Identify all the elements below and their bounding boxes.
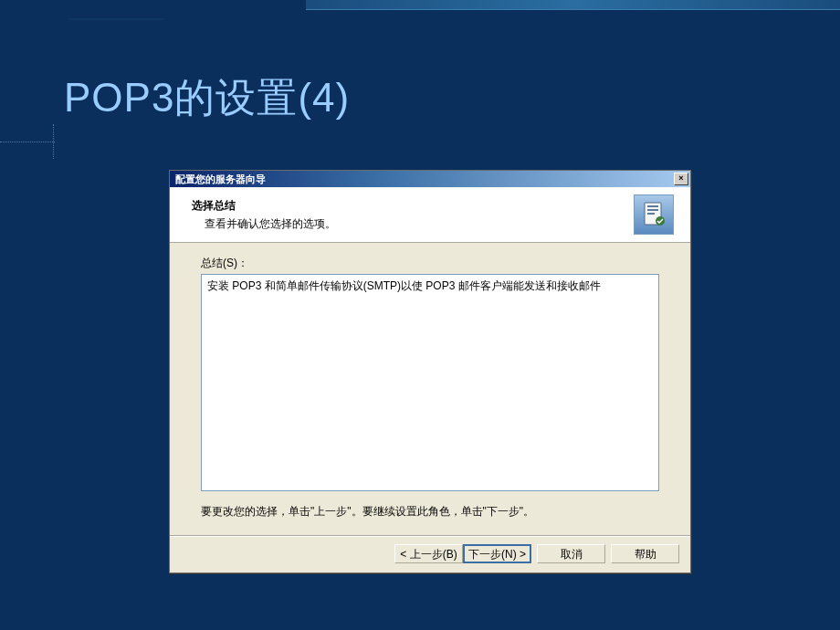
dialog-header-subtitle: 查看并确认您选择的选项。 <box>192 216 634 232</box>
cancel-button[interactable]: 取消 <box>537 544 605 563</box>
nav-button-pair: < 上一步(B) 下一步(N) > <box>394 544 531 563</box>
dialog-header-text: 选择总结 查看并确认您选择的选项。 <box>192 198 634 232</box>
svg-rect-1 <box>647 205 658 207</box>
dialog-body: 总结(S)： 安装 POP3 和简单邮件传输协议(SMTP)以使 POP3 邮件… <box>170 243 690 536</box>
next-button[interactable]: 下一步(N) > <box>463 544 531 563</box>
dialog-header-title: 选择总结 <box>192 198 634 214</box>
summary-textbox[interactable]: 安装 POP3 和简单邮件传输协议(SMTP)以使 POP3 邮件客户端能发送和… <box>201 274 659 491</box>
slide-top-accent <box>306 0 840 9</box>
slide-underline-accent <box>68 18 164 20</box>
hint-text: 要更改您的选择，单击"上一步"。要继续设置此角色，单击"下一步"。 <box>201 504 659 520</box>
dialog-titlebar[interactable]: 配置您的服务器向导 × <box>170 171 690 187</box>
svg-rect-3 <box>647 213 655 215</box>
svg-rect-2 <box>647 209 658 211</box>
slide-title: POP3的设置(4) <box>64 71 350 125</box>
dialog-title-text: 配置您的服务器向导 <box>175 173 266 186</box>
wizard-dialog: 配置您的服务器向导 × 选择总结 查看并确认您选择的选项。 总结(S)： 安装 … <box>169 170 691 573</box>
dialog-button-bar: < 上一步(B) 下一步(N) > 取消 帮助 <box>170 536 690 572</box>
slide-accent-h <box>0 142 55 142</box>
back-button[interactable]: < 上一步(B) <box>394 544 463 563</box>
dialog-header-panel: 选择总结 查看并确认您选择的选项。 <box>170 187 690 243</box>
close-icon: × <box>678 173 683 183</box>
summary-content: 安装 POP3 和简单邮件传输协议(SMTP)以使 POP3 邮件客户端能发送和… <box>207 279 601 292</box>
server-wizard-icon <box>634 194 674 235</box>
help-button[interactable]: 帮助 <box>611 544 679 563</box>
summary-label: 总结(S)： <box>201 256 659 271</box>
slide-accent-v <box>53 124 54 159</box>
close-button[interactable]: × <box>674 173 688 185</box>
